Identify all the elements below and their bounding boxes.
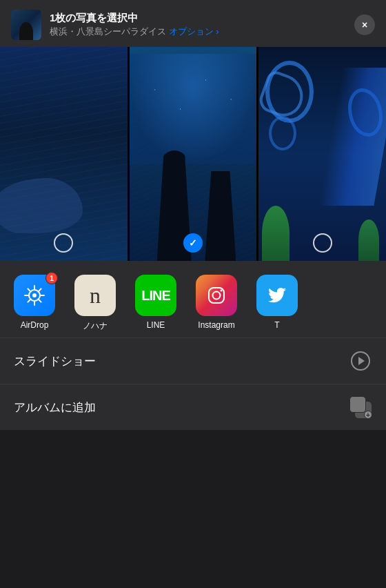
header-subtitle: 横浜・八景島シーパラダイス オプション › (50, 26, 219, 38)
photo-bg-1 (0, 47, 128, 261)
share-header: 1枚の写真を選択中 横浜・八景島シーパラダイス オプション › × (0, 0, 386, 47)
app-icon-wrap-airdrop: 1 (14, 275, 55, 316)
app-item-nohana[interactable]: n ノハナ (72, 275, 119, 332)
photo-bg-3 (258, 47, 386, 261)
location-text: 横浜・八景島シーパラダイス (50, 26, 166, 37)
checkmark-icon: ✓ (189, 237, 197, 248)
header-title: 1枚の写真を選択中 (50, 12, 219, 25)
options-link[interactable]: オプション › (169, 26, 219, 37)
app-item-airdrop[interactable]: 1 AirDrop (11, 275, 58, 332)
instagram-label: Instagram (198, 320, 234, 330)
app-item-twitter[interactable]: T (254, 275, 301, 332)
add-album-label: アルバムに追加 (14, 400, 96, 415)
twitter-label: T (274, 320, 279, 330)
share-sheet: 1 AirDrop n ノハナ LINE LINE (0, 261, 386, 430)
album-front (349, 396, 366, 413)
action-slideshow[interactable]: スライドショー (0, 338, 386, 384)
album-plus-icon: + (364, 411, 372, 419)
svg-point-4 (221, 290, 223, 292)
close-icon: × (362, 20, 367, 30)
action-add-album[interactable]: アルバムに追加 + (0, 384, 386, 430)
app-icon-wrap-instagram (196, 275, 237, 316)
photo-cell-3[interactable] (258, 47, 386, 261)
header-text: 1枚の写真を選択中 横浜・八景島シーパラダイス オプション › (50, 12, 219, 38)
nohana-label: ノハナ (83, 320, 108, 332)
album-icon: + (349, 396, 372, 418)
play-triangle (358, 357, 365, 365)
app-icon-wrap-nohana: n (74, 275, 116, 316)
header-info: 1枚の写真を選択中 横浜・八景島シーパラダイス オプション › (11, 10, 219, 40)
nohana-letter: n (90, 283, 101, 308)
photo-strip: ✓ (0, 47, 386, 261)
photo-bg-2 (130, 47, 257, 261)
app-item-line[interactable]: LINE LINE (132, 275, 179, 332)
twitter-app-icon (256, 275, 298, 316)
airdrop-badge: 1 (45, 272, 58, 284)
app-icon-wrap-line: LINE (135, 275, 176, 316)
slideshow-icon-wrap (349, 349, 372, 373)
close-button[interactable]: × (354, 14, 375, 35)
svg-point-3 (213, 292, 221, 300)
airdrop-label: AirDrop (21, 320, 49, 330)
header-thumbnail (11, 10, 41, 40)
app-item-instagram[interactable]: Instagram (193, 275, 240, 332)
slideshow-label: スライドショー (14, 353, 96, 369)
photo-select-circle-1[interactable] (54, 233, 73, 253)
instagram-app-icon (196, 275, 237, 316)
play-icon (351, 351, 370, 371)
nohana-app-icon: n (74, 275, 116, 316)
line-text: LINE (141, 288, 170, 304)
add-album-icon-wrap: + (349, 395, 372, 419)
line-label: LINE (147, 320, 165, 330)
photo-cell-1[interactable] (0, 47, 128, 261)
photo-select-circle-2[interactable]: ✓ (183, 233, 203, 253)
photo-cell-2[interactable]: ✓ (130, 47, 257, 261)
app-row: 1 AirDrop n ノハナ LINE LINE (0, 261, 386, 337)
line-app-icon: LINE (135, 275, 176, 316)
svg-point-1 (32, 293, 37, 297)
photo-select-circle-3[interactable] (313, 233, 332, 253)
app-icon-wrap-twitter (256, 275, 298, 316)
